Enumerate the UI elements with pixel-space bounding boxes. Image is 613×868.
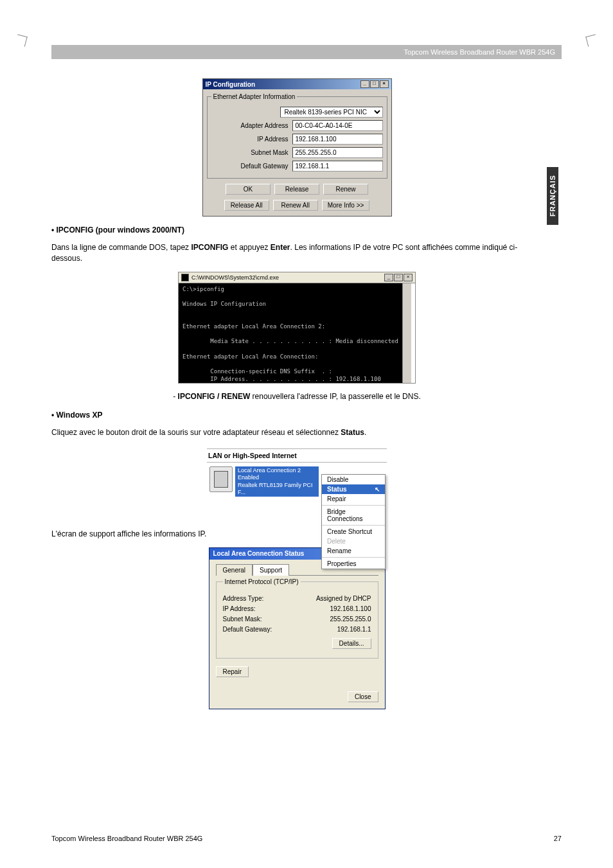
gw-label: Default Gateway xyxy=(211,163,289,170)
gw-value: 192.168.1.1 xyxy=(292,161,383,172)
more-info-button[interactable]: More Info >> xyxy=(322,200,370,211)
support-line: L'écran de support affiche les informati… xyxy=(51,529,542,540)
cmd-window: C:\WINDOWS\System32\cmd.exe _ □ × C:\>ip… xyxy=(178,272,416,384)
cursor-icon: ↖ xyxy=(375,486,380,493)
status-gw-value: 192.168.1.1 xyxy=(337,626,371,633)
menu-status-label: Status xyxy=(327,486,347,493)
tab-support[interactable]: Support xyxy=(253,564,289,576)
menu-rename[interactable]: Rename xyxy=(322,546,385,556)
ip-config-group-label: Ethernet Adapter Information xyxy=(211,93,298,100)
menu-repair[interactable]: Repair xyxy=(322,494,385,504)
mask-label: Subnet Mask xyxy=(211,149,289,156)
renew-c: renouvellera l'adresse IP, la passerelle… xyxy=(250,392,421,401)
maximize-icon[interactable]: □ xyxy=(370,80,379,88)
para-ipconfig-2k: Dans la ligne de commande DOS, tapez IPC… xyxy=(51,242,542,264)
status-title-text: Local Area Connection Status xyxy=(213,550,305,557)
renew-note: - IPCONFIG / RENEW renouvellera l'adress… xyxy=(51,391,542,402)
release-all-button[interactable]: Release All xyxy=(224,200,269,211)
details-button[interactable]: Details... xyxy=(332,638,371,649)
ip-value: 192.168.1.100 xyxy=(292,134,383,145)
ok-button[interactable]: OK xyxy=(226,184,271,195)
cmd-icon xyxy=(181,274,189,281)
ip-config-window: IP Configuration _ □ × Ethernet Adapter … xyxy=(202,78,392,217)
footer-left: Topcom Wireless Broadband Router WBR 254… xyxy=(51,835,202,842)
status-ip-label: IP Address: xyxy=(223,605,256,612)
context-menu: Disable Status ↖ Repair Bridge Connectio… xyxy=(321,474,386,569)
renew-button[interactable]: Renew xyxy=(323,184,368,195)
heading-ipconfig-2k: • IPCONFIG (pour windows 2000/NT) xyxy=(51,226,542,235)
cmd-title-text: C:\WINDOWS\System32\cmd.exe xyxy=(191,274,279,281)
para-2k-b: et appuyez xyxy=(228,243,270,252)
crop-mark-left xyxy=(15,34,28,47)
addr-type-label: Address Type: xyxy=(223,595,264,602)
close-button[interactable]: Close xyxy=(348,691,378,702)
cmd-maximize-icon[interactable]: □ xyxy=(394,274,403,281)
status-window: Local Area Connection Status ? × General… xyxy=(209,547,386,709)
adapter-address-label: Adapter Address xyxy=(211,122,289,129)
header-product: Topcom Wireless Broadband Router WBR 254… xyxy=(404,48,555,56)
page-header-bar: Topcom Wireless Broadband Router WBR 254… xyxy=(51,45,562,59)
page-footer: Topcom Wireless Broadband Router WBR 254… xyxy=(51,835,562,842)
status-group-label: Internet Protocol (TCP/IP) xyxy=(223,578,301,585)
nic-icon xyxy=(209,466,233,492)
cmd-minimize-icon[interactable]: _ xyxy=(384,274,393,281)
lan-header: LAN or High-Speed Internet xyxy=(207,448,387,463)
page-content: IP Configuration _ □ × Ethernet Adapter … xyxy=(51,71,542,829)
status-ip-value: 192.168.1.100 xyxy=(330,605,371,612)
close-icon[interactable]: × xyxy=(380,80,389,88)
mask-value: 255.255.255.0 xyxy=(292,147,383,158)
menu-bridge[interactable]: Bridge Connections xyxy=(322,507,385,524)
para-2k-b2: Enter xyxy=(271,243,290,252)
ip-label: IP Address xyxy=(211,136,289,143)
heading-windows-xp: • Windows XP xyxy=(51,411,542,420)
ip-config-title: IP Configuration xyxy=(206,81,256,88)
nic-line3: Realtek RTL8139 Family PCI F... xyxy=(238,482,316,497)
para-2k-b1: IPCONFIG xyxy=(191,243,228,252)
menu-shortcut[interactable]: Create Shortcut xyxy=(322,527,385,536)
crop-mark-right xyxy=(585,34,598,47)
cmd-close-icon[interactable]: × xyxy=(404,274,413,281)
menu-properties[interactable]: Properties xyxy=(322,559,385,569)
status-gw-label: Default Gateway: xyxy=(223,626,272,633)
minimize-icon[interactable]: _ xyxy=(360,80,369,88)
ip-config-titlebar: IP Configuration _ □ × xyxy=(203,79,391,89)
addr-type-value: Assigned by DHCP xyxy=(316,595,371,602)
renew-all-button[interactable]: Renew All xyxy=(273,200,318,211)
repair-button[interactable]: Repair xyxy=(216,666,249,677)
renew-b: IPCONFIG / RENEW xyxy=(178,392,251,401)
status-mask-label: Subnet Mask: xyxy=(223,616,262,623)
context-menu-figure: LAN or High-Speed Internet Local Area Co… xyxy=(207,446,387,497)
para-2k-a: Dans la ligne de commande DOS, tapez xyxy=(51,243,191,252)
xp-c: . xyxy=(364,428,366,437)
menu-disable[interactable]: Disable xyxy=(322,475,385,484)
nic-line2: Enabled xyxy=(238,474,316,481)
para-windows-xp: Cliquez avec le bouton droit de la souri… xyxy=(51,427,542,438)
xp-b: Status xyxy=(341,428,364,437)
cmd-scrollbar[interactable] xyxy=(402,283,411,383)
status-mask-value: 255.255.255.0 xyxy=(330,616,371,623)
adapter-select[interactable]: Realtek 8139-series PCI NIC xyxy=(280,107,383,118)
release-button[interactable]: Release xyxy=(274,184,319,195)
menu-delete: Delete xyxy=(322,536,385,546)
tab-general[interactable]: General xyxy=(216,564,253,576)
footer-page: 27 xyxy=(554,835,562,842)
adapter-address-value: 00-C0-4C-A0-14-0E xyxy=(292,120,383,131)
language-tab: FRANÇAIS xyxy=(547,167,558,225)
nic-label[interactable]: Local Area Connection 2 Enabled Realtek … xyxy=(235,466,319,497)
menu-status[interactable]: Status ↖ xyxy=(322,484,385,494)
nic-line1: Local Area Connection 2 xyxy=(238,467,316,474)
renew-a: - xyxy=(173,392,177,401)
cmd-output: C:\>ipconfig Windows IP Configuration Et… xyxy=(179,283,402,383)
cmd-titlebar: C:\WINDOWS\System32\cmd.exe _ □ × xyxy=(179,272,415,283)
xp-a: Cliquez avec le bouton droit de la souri… xyxy=(51,428,341,437)
